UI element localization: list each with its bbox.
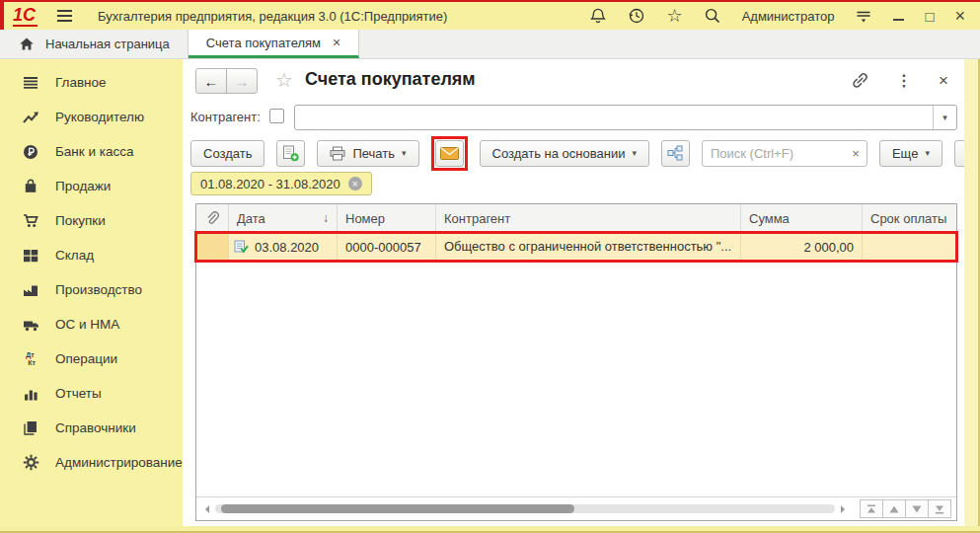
- sidebar-item-operatsii[interactable]: Дт Кт Операции: [0, 342, 183, 376]
- notifications-bell-icon[interactable]: [589, 7, 607, 25]
- window-title: Бухгалтерия предприятия, редакция 3.0 (1…: [98, 9, 447, 24]
- attachment-column-header[interactable]: [196, 204, 229, 232]
- go-to-last-row-button[interactable]: [928, 499, 951, 518]
- titlebar-actions: ☆ Администратор □ ×: [589, 7, 980, 25]
- counterparty-filter-label: Контрагент:: [190, 110, 261, 124]
- dropdown-caret-icon: ▾: [402, 148, 407, 158]
- main-content: ← → ☆ Счета покупателям ⋮ × Контрагент: …: [183, 59, 964, 526]
- reference-books-icon: [22, 419, 39, 437]
- tab-invoices-to-customers[interactable]: Счета покупателям ×: [188, 30, 359, 58]
- search-field: ×: [702, 140, 867, 167]
- sidebar-item-label: Отчеты: [55, 386, 102, 401]
- column-header-date[interactable]: Дата ↓: [229, 204, 338, 232]
- truck-icon: [22, 316, 39, 334]
- maximize-button[interactable]: □: [925, 8, 934, 25]
- column-header-counterparty[interactable]: Контрагент: [436, 204, 741, 232]
- window-close-button[interactable]: ×: [954, 7, 965, 25]
- shopping-cart-icon: [22, 212, 39, 230]
- send-email-button[interactable]: [435, 140, 464, 167]
- sidebar-item-rukovoditelyu[interactable]: Руководителю: [0, 100, 183, 134]
- sidebar-item-sklad[interactable]: Склад: [0, 238, 183, 272]
- scroll-left-icon[interactable]: [201, 505, 209, 513]
- search-icon[interactable]: [704, 7, 721, 25]
- form-close-icon[interactable]: ×: [939, 72, 948, 89]
- page-title: Счета покупателям: [305, 69, 476, 90]
- scrollbar-thumb[interactable]: [221, 504, 574, 513]
- go-to-first-row-button[interactable]: [860, 499, 883, 518]
- sidebar-item-pokupki[interactable]: Покупки: [0, 203, 183, 238]
- filter-chips-row: 01.08.2020 - 31.08.2020 ×: [190, 172, 372, 197]
- current-user[interactable]: Администратор: [742, 9, 835, 24]
- window-right-margin: [964, 59, 980, 526]
- table-row[interactable]: 03.08.2020 0000-000057 Общество с ограни…: [196, 233, 956, 261]
- window-bottom-margin: [0, 526, 980, 533]
- table-footer: [196, 496, 956, 520]
- invoices-table: Дата ↓ Номер Контрагент Сумма Срок оплат…: [195, 203, 957, 521]
- table-empty-area: [196, 261, 956, 496]
- tab-home[interactable]: Начальная страница: [0, 30, 188, 58]
- combobox-dropdown-icon[interactable]: ▾: [933, 106, 956, 129]
- previous-row-button[interactable]: [882, 499, 906, 518]
- sidebar-item-label: Справочники: [55, 420, 136, 435]
- sidebar-item-label: Руководителю: [55, 110, 144, 124]
- horizontal-scrollbar[interactable]: [215, 504, 835, 513]
- forward-button[interactable]: →: [226, 68, 258, 94]
- copy-create-button[interactable]: [276, 140, 305, 167]
- more-button[interactable]: Еще ▾: [879, 140, 942, 167]
- amount-cell: 2 000,00: [741, 233, 863, 261]
- form-more-menu-icon[interactable]: ⋮: [896, 73, 912, 89]
- tab-bar: Начальная страница Счета покупателям ×: [0, 30, 980, 59]
- favorites-star-icon[interactable]: ☆: [666, 7, 682, 25]
- column-header-number[interactable]: Номер: [338, 204, 436, 232]
- sidebar-item-prodazhi[interactable]: Продажи: [0, 169, 183, 203]
- sidebar-item-spravochniki[interactable]: Справочники: [0, 411, 183, 445]
- posted-document-icon: [234, 240, 249, 254]
- tab-label: Начальная страница: [45, 37, 170, 51]
- scroll-right-icon[interactable]: [841, 505, 849, 513]
- factory-icon: [22, 281, 39, 299]
- sidebar-item-glavnoe[interactable]: Главное: [0, 65, 183, 100]
- sidebar-item-proizvodstvo[interactable]: Производство: [0, 272, 183, 307]
- sidebar-item-os-i-nma[interactable]: ОС и НМА: [0, 307, 183, 342]
- sidebar-item-otchety[interactable]: Отчеты: [0, 376, 183, 411]
- list-toolbar: Создать Печать ▾ Создать на основани: [190, 138, 980, 168]
- column-header-due-date[interactable]: Срок оплаты: [863, 204, 956, 232]
- create-based-on-button[interactable]: Создать на основании ▾: [480, 140, 649, 167]
- counterparty-combobox[interactable]: ▾: [294, 105, 957, 130]
- home-icon: [18, 36, 36, 53]
- paperclip-icon: [205, 211, 219, 226]
- column-header-amount[interactable]: Сумма: [741, 204, 863, 232]
- history-icon[interactable]: [628, 7, 645, 25]
- sidebar-item-administrirovanie[interactable]: Администрирование: [0, 445, 183, 480]
- tab-close-icon[interactable]: ×: [333, 35, 340, 50]
- bar-chart-icon: [22, 385, 39, 403]
- back-button[interactable]: ←: [195, 68, 227, 94]
- next-row-button[interactable]: [905, 499, 929, 518]
- period-filter-chip[interactable]: 01.08.2020 - 31.08.2020 ×: [190, 172, 372, 195]
- list-structure-button[interactable]: [661, 140, 690, 167]
- window-accent-strip: [0, 2, 4, 32]
- counterparty-input[interactable]: [295, 106, 933, 129]
- sidebar-item-label: Склад: [55, 248, 94, 263]
- trend-chart-icon: [22, 109, 39, 126]
- sidebar-item-label: Покупки: [55, 213, 106, 228]
- get-link-icon[interactable]: [851, 71, 869, 90]
- history-nav-group: ← →: [195, 68, 258, 94]
- search-clear-icon[interactable]: ×: [845, 146, 867, 161]
- sidebar-item-bank-i-kassa[interactable]: Банк и касса: [0, 134, 183, 169]
- sidebar: Главное Руководителю Банк и касса Продаж…: [0, 59, 183, 526]
- create-button[interactable]: Создать: [190, 140, 264, 167]
- counterparty-filter-checkbox[interactable]: [269, 109, 284, 123]
- search-input[interactable]: [703, 146, 845, 161]
- minimize-button[interactable]: [893, 11, 904, 21]
- debit-credit-icon: Дт Кт: [22, 350, 39, 368]
- remove-filter-icon[interactable]: ×: [348, 177, 362, 190]
- shopping-bag-icon: [22, 178, 39, 195]
- service-menu-icon[interactable]: [855, 8, 872, 24]
- print-button[interactable]: Печать ▾: [317, 140, 418, 167]
- 1c-logo-icon: 1С: [13, 6, 38, 27]
- sidebar-item-label: ОС и НМА: [55, 317, 119, 332]
- app-window: 1С Бухгалтерия предприятия, редакция 3.0…: [0, 0, 980, 533]
- main-menu-icon[interactable]: [57, 10, 72, 22]
- add-to-favorites-star-icon[interactable]: ☆: [275, 70, 293, 90]
